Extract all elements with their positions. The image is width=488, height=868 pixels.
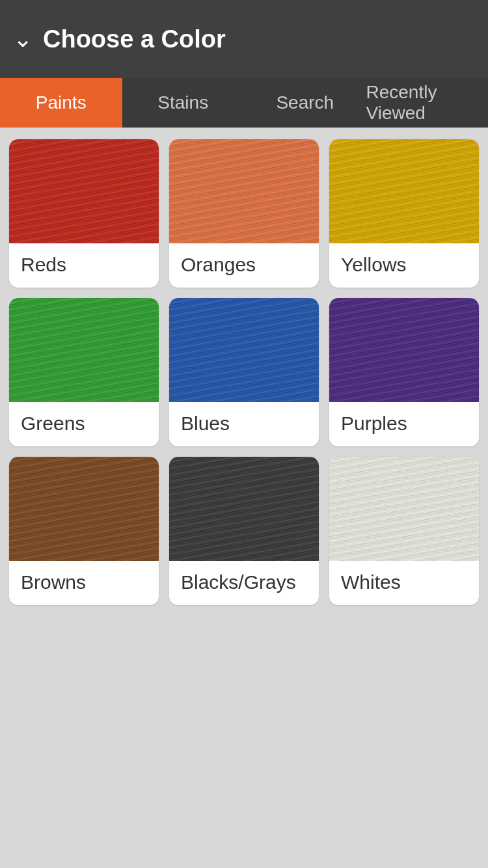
- color-card-browns[interactable]: Browns: [9, 457, 159, 605]
- color-label-purples: Purples: [329, 402, 479, 446]
- tab-stains[interactable]: Stains: [122, 78, 245, 128]
- color-swatch-yellows: [329, 139, 479, 243]
- color-label-yellows: Yellows: [329, 243, 479, 288]
- color-label-oranges: Oranges: [169, 243, 319, 288]
- tab-recently-viewed[interactable]: Recently Viewed: [366, 78, 489, 128]
- color-swatch-whites: [329, 457, 479, 561]
- tab-search[interactable]: Search: [244, 78, 366, 128]
- color-grid: RedsOrangesYellowsGreensBluesPurplesBrow…: [0, 128, 488, 617]
- color-card-blues[interactable]: Blues: [169, 298, 319, 446]
- color-label-browns: Browns: [9, 561, 159, 605]
- color-swatch-blues: [169, 298, 319, 402]
- color-label-greens: Greens: [9, 402, 159, 446]
- color-swatch-oranges: [169, 139, 319, 243]
- color-swatch-greens: [9, 298, 159, 402]
- app-header: ⌄ Choose a Color: [0, 0, 488, 78]
- color-label-whites: Whites: [329, 561, 479, 605]
- color-card-reds[interactable]: Reds: [9, 139, 159, 288]
- color-card-yellows[interactable]: Yellows: [329, 139, 479, 288]
- color-swatch-blacksgrays: [169, 457, 319, 561]
- color-swatch-reds: [9, 139, 159, 243]
- color-card-oranges[interactable]: Oranges: [169, 139, 319, 288]
- color-card-purples[interactable]: Purples: [329, 298, 479, 446]
- color-swatch-purples: [329, 298, 479, 402]
- color-label-blacksgrays: Blacks/Grays: [169, 561, 319, 605]
- color-card-blacksgrays[interactable]: Blacks/Grays: [169, 457, 319, 605]
- color-card-greens[interactable]: Greens: [9, 298, 159, 446]
- tab-bar: PaintsStainsSearchRecently Viewed: [0, 78, 488, 128]
- color-label-blues: Blues: [169, 402, 319, 446]
- tab-paints[interactable]: Paints: [0, 78, 122, 128]
- color-label-reds: Reds: [9, 243, 159, 288]
- back-chevron-icon[interactable]: ⌄: [13, 27, 33, 51]
- page-title: Choose a Color: [43, 25, 226, 53]
- color-card-whites[interactable]: Whites: [329, 457, 479, 605]
- color-swatch-browns: [9, 457, 159, 561]
